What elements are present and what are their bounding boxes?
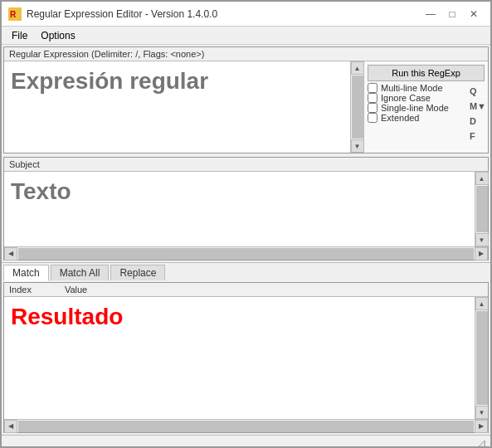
titlebar: R Regular Expression Editor - Version 1.… xyxy=(2,2,490,27)
results-scrollable: Resultado ▲ ▼ xyxy=(4,297,488,419)
results-vscrollbar: ▲ ▼ xyxy=(475,297,488,419)
regex-body: ◀ ▶ ▲ ▼ Run this RegExp Multi-line Mode xyxy=(4,61,488,153)
subject-body: ▲ ▼ xyxy=(4,172,488,246)
run-regexp-button[interactable]: Run this RegExp xyxy=(368,65,485,81)
svg-text:R: R xyxy=(10,10,17,19)
col-value: Value xyxy=(65,285,87,295)
regex-textarea-wrap: ◀ ▶ xyxy=(4,61,350,153)
results-hscroll-thumb[interactable] xyxy=(18,421,474,432)
results-hscroll-left[interactable]: ◀ xyxy=(4,420,17,433)
flag-ignorecase-checkbox[interactable] xyxy=(368,93,378,103)
flag-singleline-checkbox[interactable] xyxy=(368,103,378,113)
resize-grip[interactable]: ⊿ xyxy=(477,436,487,449)
titlebar-left: R Regular Expression Editor - Version 1.… xyxy=(8,7,217,21)
regex-vscroll-up[interactable]: ▲ xyxy=(351,61,364,75)
results-hscroll-right[interactable]: ▶ xyxy=(475,420,488,433)
subject-hscroll-left[interactable]: ◀ xyxy=(4,247,17,261)
titlebar-controls: — □ ✕ xyxy=(421,6,484,22)
regex-header: Regular Expression (Delimiter: /, Flags:… xyxy=(4,47,488,61)
results-columns: Index Value xyxy=(4,283,488,297)
shortcut-d: D xyxy=(470,116,486,126)
subject-input[interactable] xyxy=(4,172,475,246)
tab-replace[interactable]: Replace xyxy=(110,265,165,280)
shortcut-column: Q M▼ D F xyxy=(470,86,486,141)
flag-singleline: Single-line Mode xyxy=(368,103,485,113)
menubar: File Options xyxy=(2,27,490,45)
subject-header: Subject xyxy=(4,158,488,172)
subject-vscroll-thumb[interactable] xyxy=(476,186,488,232)
regex-vscrollbar: ▲ ▼ xyxy=(350,61,363,153)
flags-panel: Run this RegExp Multi-line Mode Ignore C… xyxy=(363,61,488,153)
subject-section: Subject ▲ ▼ ◀ ▶ xyxy=(3,157,489,261)
subject-vscroll-up[interactable]: ▲ xyxy=(475,172,489,185)
flag-extended-label: Extended xyxy=(381,113,419,123)
flag-singleline-label: Single-line Mode xyxy=(381,103,449,113)
results-hscrollbar: ◀ ▶ xyxy=(4,419,488,432)
flag-multiline-checkbox[interactable] xyxy=(368,83,378,93)
statusbar: ⊿ xyxy=(2,435,490,448)
regex-input[interactable] xyxy=(4,61,350,153)
minimize-button[interactable]: — xyxy=(421,6,441,22)
regex-vscroll-thumb[interactable] xyxy=(352,75,363,139)
menu-options[interactable]: Options xyxy=(34,28,81,43)
menu-file[interactable]: File xyxy=(5,28,34,43)
tab-match-all[interactable]: Match All xyxy=(51,265,110,280)
flag-multiline-label: Multi-line Mode xyxy=(381,83,443,93)
results-vscroll-up[interactable]: ▲ xyxy=(475,297,489,310)
flag-extended-checkbox[interactable] xyxy=(368,113,378,123)
col-index: Index xyxy=(9,285,32,295)
subject-vscroll-down[interactable]: ▼ xyxy=(475,233,489,246)
shortcut-f: F xyxy=(470,131,486,141)
close-button[interactable]: ✕ xyxy=(464,6,484,22)
flag-multiline: Multi-line Mode xyxy=(368,83,485,93)
app-icon: R xyxy=(8,7,22,21)
subject-hscroll-thumb[interactable] xyxy=(18,248,474,260)
maximize-button[interactable]: □ xyxy=(442,6,462,22)
shortcut-q: Q xyxy=(470,86,486,96)
main-layout: Regular Expression (Delimiter: /, Flags:… xyxy=(2,45,490,448)
tab-match[interactable]: Match xyxy=(3,265,49,281)
subject-hscroll-right[interactable]: ▶ xyxy=(475,247,488,261)
flag-ignorecase: Ignore Case xyxy=(368,93,485,103)
flag-extended: Extended xyxy=(368,113,485,123)
flag-ignorecase-label: Ignore Case xyxy=(381,93,431,103)
results-vscroll-down[interactable]: ▼ xyxy=(475,406,489,419)
tabs-bar: Match Match All Replace xyxy=(2,262,490,280)
shortcut-m: M▼ xyxy=(470,101,486,111)
subject-hscrollbar: ◀ ▶ xyxy=(4,246,488,260)
regex-vscroll-down[interactable]: ▼ xyxy=(351,139,364,153)
subject-vscrollbar: ▲ ▼ xyxy=(475,172,488,246)
results-vscroll-thumb[interactable] xyxy=(476,311,488,405)
results-content: Resultado xyxy=(4,297,475,419)
titlebar-title: Regular Expression Editor - Version 1.4.… xyxy=(27,8,217,20)
bottom-section: Match Match All Replace Index Value Resu… xyxy=(2,262,490,435)
results-wrapper: Index Value Resultado ▲ ▼ ◀ ▶ xyxy=(3,282,489,433)
regex-section: Regular Expression (Delimiter: /, Flags:… xyxy=(3,46,489,153)
